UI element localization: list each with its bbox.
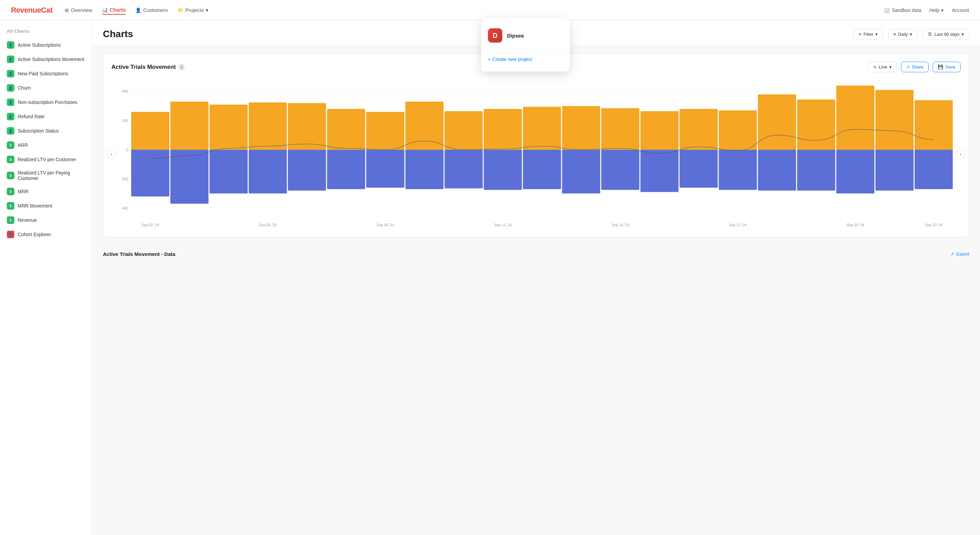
- arr-label: ARR: [18, 142, 28, 148]
- svg-rect-19: [210, 105, 248, 150]
- svg-text:200: 200: [122, 177, 128, 181]
- nav-help[interactable]: Help ▾: [929, 6, 944, 14]
- refund-rate-icon: 👤: [7, 113, 14, 120]
- svg-rect-35: [523, 107, 561, 150]
- logo[interactable]: RevenueCat: [11, 6, 52, 15]
- nav-customers[interactable]: 👤 Customers: [135, 5, 168, 15]
- project-item-dipsea[interactable]: D Dipsea: [481, 24, 570, 47]
- navbar-right: ⬜ Sandbox data Help ▾ Account: [884, 6, 969, 14]
- svg-text:0: 0: [126, 148, 128, 152]
- share-icon: ↗: [906, 64, 910, 70]
- sidebar-item-subscription-status[interactable]: 👤Subscription Status: [0, 124, 92, 138]
- svg-rect-55: [915, 100, 953, 150]
- subscription-status-icon: 👤: [7, 127, 14, 135]
- nav-links: ⊞ Overview 📊 Charts 👤 Customers 📁 Projec…: [65, 5, 208, 15]
- chart-section: Active Trials Movement i ∿ Line ▾ ↗ Shar…: [92, 45, 980, 246]
- main-content: Charts ≡ Filter ▾ ≡ Daily ▾ 🗓 Last 90 da…: [92, 21, 980, 535]
- svg-rect-53: [875, 90, 913, 150]
- svg-rect-40: [601, 150, 639, 190]
- sidebar-item-new-paid-subscriptions[interactable]: 👤New Paid Subscriptions: [0, 67, 92, 81]
- overview-icon: ⊞: [65, 8, 69, 13]
- svg-rect-34: [484, 150, 522, 190]
- mrr-movement-icon: $: [7, 202, 14, 210]
- sidebar-item-mrr-movement[interactable]: $MRR Movement: [0, 199, 92, 213]
- sidebar-item-realized-ltv-per-customer[interactable]: $Realized LTV per Customer: [0, 152, 92, 167]
- filter-icon: ≡: [859, 32, 861, 37]
- filter-chevron-icon: ▾: [875, 32, 878, 37]
- date-range-button[interactable]: 🗓 Last 90 days ▾: [923, 29, 969, 40]
- nav-account[interactable]: Account: [952, 6, 969, 14]
- svg-rect-29: [406, 102, 444, 150]
- svg-rect-37: [562, 106, 600, 150]
- projects-dropdown: D Dipsea + Create new project: [481, 19, 570, 72]
- svg-rect-30: [406, 150, 444, 189]
- svg-rect-20: [210, 150, 248, 194]
- share-button[interactable]: ↗ Share: [901, 62, 929, 72]
- sidebar-item-churn[interactable]: 👤Churn: [0, 81, 92, 95]
- chart-card: Active Trials Movement i ∿ Line ▾ ↗ Shar…: [103, 53, 969, 237]
- calendar-icon: 🗓: [928, 32, 932, 37]
- churn-label: Churn: [18, 85, 31, 91]
- daily-button[interactable]: ≡ Daily ▾: [888, 29, 918, 40]
- export-button[interactable]: ↗ Export: [950, 252, 969, 256]
- svg-rect-31: [445, 111, 483, 150]
- svg-rect-44: [679, 150, 718, 188]
- sidebar-item-realized-ltv-per-paying-customer[interactable]: $Realized LTV per Paying Customer: [0, 167, 92, 184]
- sidebar-item-non-subscription-purchases[interactable]: 👤Non-subscription Purchases: [0, 95, 92, 109]
- svg-rect-42: [640, 150, 678, 192]
- save-button[interactable]: 💾 Save: [932, 62, 961, 72]
- svg-text:Sep 05 '24: Sep 05 '24: [259, 223, 277, 227]
- svg-rect-33: [484, 109, 522, 150]
- sidebar-item-active-subscriptions[interactable]: 👤Active Subscriptions: [0, 38, 92, 52]
- project-name: Dipsea: [507, 33, 524, 38]
- line-icon: ∿: [873, 64, 877, 70]
- filter-button[interactable]: ≡ Filter ▾: [854, 29, 883, 40]
- svg-rect-23: [288, 103, 326, 150]
- nav-overview[interactable]: ⊞ Overview: [65, 5, 92, 15]
- realized-ltv-per-customer-label: Realized LTV per Customer: [18, 157, 76, 162]
- nav-projects[interactable]: 📁 Projects ▾: [178, 5, 208, 15]
- active-subscriptions-icon: 👤: [7, 41, 14, 49]
- svg-text:200: 200: [122, 119, 128, 123]
- line-chart-button[interactable]: ∿ Line ▾: [868, 62, 897, 72]
- daily-chevron-icon: ▾: [910, 32, 912, 37]
- svg-rect-41: [640, 111, 678, 150]
- sidebar-item-arr[interactable]: $ARR: [0, 138, 92, 152]
- svg-rect-49: [797, 99, 835, 150]
- nav-charts[interactable]: 📊 Charts: [102, 5, 126, 15]
- svg-rect-28: [366, 150, 404, 188]
- realized-ltv-per-customer-icon: $: [7, 156, 14, 163]
- sidebar: All Charts 👤Active Subscriptions👤Active …: [0, 21, 92, 535]
- create-project-button[interactable]: + Create new project: [481, 53, 570, 66]
- sandbox-icon: ⬜: [884, 8, 890, 13]
- svg-text:Sep 08 '24: Sep 08 '24: [377, 223, 394, 227]
- sidebar-item-mrr[interactable]: $MRR: [0, 184, 92, 199]
- header-controls: ≡ Filter ▾ ≡ Daily ▾ 🗓 Last 90 days ▾: [854, 29, 969, 40]
- svg-text:Sep 11 '24: Sep 11 '24: [494, 223, 511, 227]
- nav-sandbox[interactable]: ⬜ Sandbox data: [884, 6, 921, 14]
- refund-rate-label: Refund Rate: [18, 114, 45, 119]
- data-header: Active Trials Movement - Data ↗ Export: [103, 246, 969, 261]
- chart-nav-left[interactable]: ‹: [107, 149, 116, 159]
- sidebar-item-revenue[interactable]: $Revenue: [0, 213, 92, 227]
- line-chevron-icon: ▾: [889, 64, 892, 70]
- dropdown-divider: [481, 49, 570, 50]
- bar-chart: 6004002000200400600Sep 02 '24Sep 05 '24S…: [111, 79, 961, 229]
- svg-rect-43: [679, 109, 718, 150]
- non-subscription-purchases-label: Non-subscription Purchases: [18, 99, 77, 105]
- chart-info-icon[interactable]: i: [178, 64, 185, 70]
- revenue-label: Revenue: [18, 217, 37, 223]
- data-table-title: Active Trials Movement - Data: [103, 251, 175, 257]
- export-icon: ↗: [950, 252, 954, 256]
- chart-controls: ∿ Line ▾ ↗ Share 💾 Save: [868, 62, 961, 72]
- revenue-icon: $: [7, 217, 14, 224]
- sidebar-item-cohort-explorer[interactable]: 👤Cohort Explorer: [0, 227, 92, 242]
- sidebar-section-title: All Charts: [0, 29, 92, 38]
- sidebar-item-active-subscriptions-movement[interactable]: 👤Active Subscriptions Movement: [0, 52, 92, 67]
- svg-rect-15: [131, 112, 169, 150]
- chart-nav-right[interactable]: ›: [956, 149, 965, 159]
- subscription-status-label: Subscription Status: [18, 128, 59, 134]
- realized-ltv-per-paying-customer-label: Realized LTV per Paying Customer: [18, 170, 85, 181]
- sidebar-item-refund-rate[interactable]: 👤Refund Rate: [0, 109, 92, 124]
- svg-rect-27: [366, 112, 404, 150]
